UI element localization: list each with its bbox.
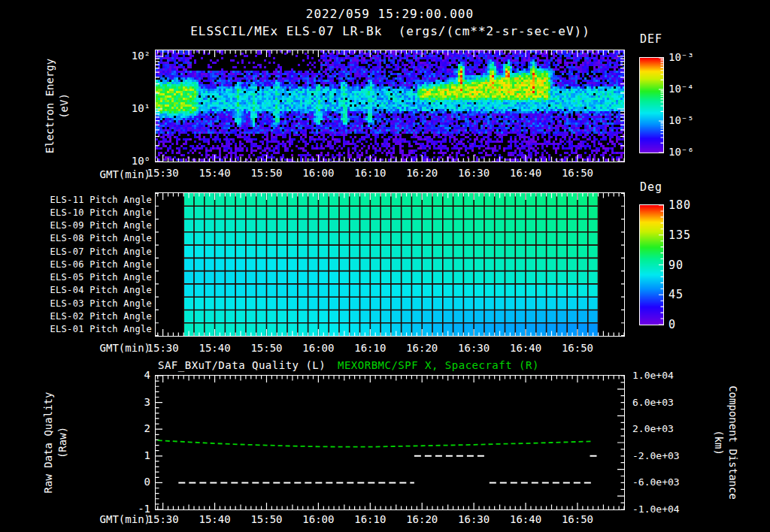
time-tick-label: 15:40 (191, 342, 239, 354)
time-tick-label: 16:20 (398, 167, 446, 179)
spectrogram-y-axis-label: Electron Energy (eV) (43, 59, 71, 153)
pitch-row-label: ELS-03 Pitch Angle (23, 298, 152, 309)
energy-tick-label: 10⁰ (105, 155, 150, 167)
time-tick-label: 16:30 (450, 513, 498, 525)
quality-tick-label: -1 (113, 503, 150, 515)
bottom-title-left: SAF_BXuT/Data Quality (L) (158, 359, 326, 371)
pitch-row-label: ELS-07 Pitch Angle (23, 246, 152, 257)
deg-colorbar-tick-label: 180 (668, 198, 691, 212)
distance-tick-label: -2.0e+03 (632, 450, 693, 461)
bottom-title-right: MEXORBMC/SPF X, Spacecraft (R) (338, 359, 539, 371)
def-colorbar (639, 57, 664, 153)
deg-colorbar-tick-label: 135 (668, 228, 691, 242)
bottom-left-y-axis-label-line2: (Raw) (56, 392, 70, 494)
distance-tick-label: 6.0e+03 (632, 397, 693, 408)
time-tick-label: 16:10 (346, 167, 394, 179)
def-colorbar-tick-label: 10⁻⁵ (668, 114, 694, 126)
time-tick-label: 16:40 (502, 167, 550, 179)
bottom-left-y-axis-label: Raw Data Quality (Raw) (41, 392, 70, 494)
spectrogram-y-axis-label-line2: (eV) (57, 59, 71, 153)
pitch-row-label: ELS-06 Pitch Angle (23, 259, 152, 270)
time-tick-label: 16:40 (502, 513, 550, 525)
plot-screen: 2022/059 15:29:00.000 ELSSCIL/MEx ELS-07… (0, 0, 770, 532)
time-tick-label: 16:10 (346, 342, 394, 354)
time-tick-label: 16:00 (294, 342, 342, 354)
colorbar-def-title: DEF (640, 32, 662, 46)
time-tick-label: 16:00 (294, 167, 342, 179)
time-tick-label: 15:30 (139, 513, 187, 525)
time-tick-label: 15:30 (139, 342, 187, 354)
time-tick-label: 15:30 (139, 167, 187, 179)
bottom-right-y-axis-label-line2: (km) (711, 385, 726, 500)
distance-tick-label: -1.0e+04 (632, 503, 693, 515)
pitch-row-label: ELS-09 Pitch Angle (23, 220, 152, 231)
pitch-row-label: ELS-10 Pitch Angle (23, 207, 152, 218)
pitch-row-label: ELS-02 Pitch Angle (23, 311, 152, 322)
pitch-row-label: ELS-11 Pitch Angle (23, 195, 152, 205)
pitch-angle-panel (155, 192, 625, 337)
spectrogram-y-axis-label-line1: Electron Energy (43, 59, 57, 153)
bottom-left-y-axis-label-line1: Raw Data Quality (41, 392, 56, 494)
time-tick-label: 16:50 (553, 513, 602, 525)
time-tick-label: 16:20 (398, 513, 446, 525)
def-colorbar-tick-label: 10⁻⁴ (668, 83, 694, 95)
title-datetime: 2022/059 15:29:00.000 (156, 7, 624, 21)
pitch-row-label: ELS-05 Pitch Angle (23, 272, 152, 283)
deg-colorbar-tick-label: 90 (668, 258, 684, 272)
time-tick-label: 16:50 (553, 342, 602, 354)
pitch-row-label: ELS-08 Pitch Angle (23, 233, 152, 243)
electron-energy-spectrogram (155, 50, 625, 162)
time-tick-label: 15:50 (242, 342, 290, 354)
time-tick-label: 15:40 (191, 167, 239, 179)
time-tick-label: 16:20 (398, 342, 446, 354)
time-tick-label: 15:50 (242, 513, 290, 525)
energy-tick-label: 10¹ (105, 102, 150, 114)
bottom-right-y-axis-label-line1: Component Distance (726, 385, 740, 500)
energy-tick-label: 10² (105, 50, 150, 62)
bottom-right-y-axis-label: Component Distance (km) (711, 385, 740, 500)
def-colorbar-tick-label: 10⁻³ (668, 51, 694, 63)
deg-colorbar-tick-label: 45 (668, 288, 684, 301)
distance-tick-label: 1.0e+04 (632, 370, 693, 381)
deg-colorbar (639, 204, 664, 325)
time-tick-label: 16:50 (553, 167, 602, 179)
quality-tick-label: 2 (113, 422, 150, 434)
def-colorbar-tick-label: 10⁻⁶ (668, 146, 694, 158)
quality-tick-label: 4 (113, 369, 150, 381)
time-tick-label: 16:00 (294, 513, 342, 525)
title-instrument: ELSSCIL/MEx ELS-07 LR-Bk (ergs/(cm**2-sr… (78, 24, 702, 38)
deg-colorbar-tick-label: 0 (668, 318, 676, 331)
pitch-row-label: ELS-01 Pitch Angle (23, 324, 152, 334)
colorbar-deg-title: Deg (640, 180, 662, 194)
time-tick-label: 15:40 (191, 513, 239, 525)
quality-spacecraft-line-plot (155, 375, 625, 510)
quality-tick-label: 1 (113, 449, 150, 461)
quality-tick-label: 3 (113, 396, 150, 408)
distance-tick-label: -6.0e+03 (632, 476, 693, 488)
time-tick-label: 15:50 (242, 167, 290, 179)
pitch-row-label: ELS-04 Pitch Angle (23, 285, 152, 295)
time-tick-label: 16:40 (502, 342, 550, 354)
distance-tick-label: 2.0e+03 (632, 423, 693, 434)
time-tick-label: 16:30 (450, 342, 498, 354)
quality-tick-label: 0 (113, 476, 150, 488)
time-tick-label: 16:30 (450, 167, 498, 179)
time-tick-label: 16:10 (346, 513, 394, 525)
